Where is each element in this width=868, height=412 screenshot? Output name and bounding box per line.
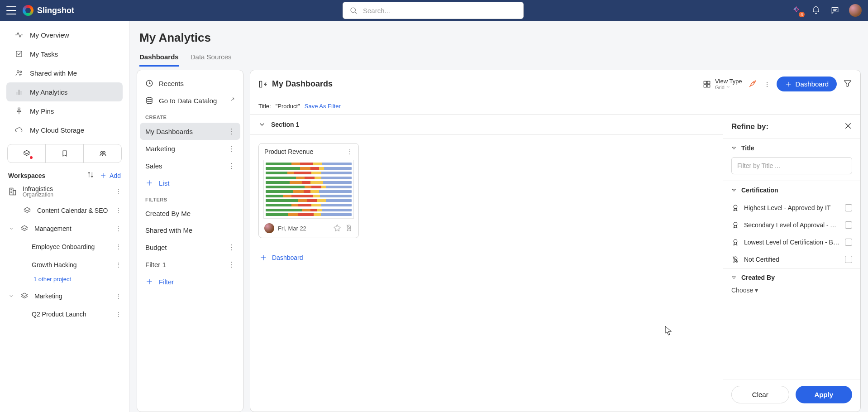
cert-option[interactable]: Lowest Level of Certification - B… (723, 234, 860, 251)
svg-marker-47 (733, 189, 736, 192)
view-type-selector[interactable]: View Type Grid (702, 78, 742, 90)
workspace-menu[interactable]: ⋮ (114, 241, 124, 252)
refine-clear-button[interactable]: Clear (731, 386, 789, 403)
workspace-management[interactable]: Management ⋮ (0, 220, 129, 238)
workspace-child[interactable]: Employee Onboarding ⋮ (0, 238, 129, 256)
save-as-filter[interactable]: Save As Filter (305, 103, 341, 110)
cert-label: Secondary Level of Approval - A… (744, 221, 840, 229)
refine-apply-button[interactable]: Apply (796, 386, 853, 403)
checkbox[interactable] (845, 239, 852, 246)
svg-marker-46 (733, 147, 736, 149)
brand[interactable]: Slingshot (23, 5, 74, 16)
lp-filter-item[interactable]: Budget ⋮ (140, 239, 240, 256)
lp-filter-item[interactable]: Filter 1 ⋮ (140, 256, 240, 273)
menu-toggle[interactable] (6, 6, 16, 14)
cert-option[interactable]: Secondary Level of Approval - A… (723, 216, 860, 234)
sort-icon[interactable] (87, 171, 94, 180)
checkbox[interactable] (845, 204, 852, 211)
lp-add-filter[interactable]: Filter (140, 273, 240, 290)
lp-item-menu[interactable]: ⋮ (228, 162, 235, 170)
workspace-menu[interactable]: ⋮ (114, 223, 124, 234)
collapse-icon[interactable] (258, 80, 267, 89)
lp-list-item[interactable]: My Dashboards ⋮ (140, 123, 240, 140)
nav-my-tasks[interactable]: My Tasks (6, 44, 123, 63)
filter-toggle[interactable] (843, 79, 852, 89)
filter-prefix: Title: (258, 103, 271, 110)
lp-item-menu[interactable]: ⋮ (228, 144, 235, 153)
button-label: Dashboard (796, 80, 829, 88)
new-dashboard-button[interactable]: Dashboard (777, 77, 837, 91)
global-search[interactable] (343, 2, 524, 19)
favorite-icon[interactable] (333, 224, 341, 233)
cert-status-icon[interactable] (345, 224, 353, 233)
nav-my-pins[interactable]: My Pins (6, 101, 123, 120)
lp-item-menu[interactable]: ⋮ (228, 127, 235, 135)
createdby-choose[interactable]: Choose ▾ (723, 287, 860, 297)
refine-section-title[interactable]: Title (723, 139, 860, 157)
lp-list-item[interactable]: Sales ⋮ (140, 157, 240, 174)
workspace-menu[interactable]: ⋮ (114, 291, 124, 302)
refine-close[interactable] (844, 122, 852, 131)
plus-icon (145, 278, 153, 286)
workspace-more-projects[interactable]: 1 other project (0, 274, 129, 287)
nav-shared-with-me[interactable]: Shared with Me (6, 63, 123, 82)
dp-more-menu[interactable]: ⋮ (764, 81, 770, 88)
nav-my-analytics[interactable]: My Analytics (6, 82, 123, 101)
refine-section-createdby[interactable]: Created By (723, 268, 860, 287)
chevron-down-icon (726, 85, 730, 89)
lp-item-menu[interactable]: ⋮ (228, 260, 235, 268)
lp-item-menu[interactable]: ⋮ (228, 243, 235, 251)
svg-point-13 (103, 152, 105, 154)
checkbox[interactable] (845, 256, 852, 263)
add-workspace[interactable]: Add (100, 172, 121, 179)
workspace-menu[interactable]: ⋮ (114, 186, 124, 197)
workspace-menu[interactable]: ⋮ (114, 205, 124, 216)
user-avatar[interactable] (849, 4, 862, 17)
tab-dashboards[interactable]: Dashboards (139, 49, 179, 67)
nav-my-cloud-storage[interactable]: My Cloud Storage (6, 120, 123, 139)
tab-data-sources[interactable]: Data Sources (191, 49, 232, 67)
dashboard-card[interactable]: Product Revenue ⋮ (258, 143, 359, 238)
workspace-org[interactable]: Infragistics Organization ⋮ (0, 182, 129, 201)
bookmark-icon (61, 149, 68, 158)
add-dashboard-inline[interactable]: Dashboard (250, 246, 723, 269)
plus-icon (259, 254, 267, 262)
section-header[interactable]: Section 1 (250, 115, 723, 135)
chevron-down-icon[interactable] (8, 226, 14, 231)
workspace-name: Growth Hacking (32, 261, 77, 268)
rocket-icon[interactable] (749, 79, 758, 89)
refine-title-input[interactable] (731, 157, 852, 174)
workspace-child[interactable]: Growth Hacking ⋮ (0, 256, 129, 274)
svg-point-0 (351, 8, 356, 13)
workspace-menu[interactable]: ⋮ (114, 259, 124, 270)
workspace-child[interactable]: Q2 Product Launch ⋮ (0, 305, 129, 323)
lp-filter-item[interactable]: Shared with Me (140, 222, 240, 239)
assist-icon[interactable]: 4 (792, 5, 802, 15)
svg-rect-33 (707, 81, 710, 84)
lp-data-catalog[interactable]: Go to Data Catalog (140, 92, 240, 109)
refine-section-cert[interactable]: Certification (723, 181, 860, 199)
view-bookmarks[interactable] (46, 144, 84, 163)
view-members[interactable] (84, 144, 121, 163)
card-menu[interactable]: ⋮ (347, 148, 353, 155)
cert-option[interactable]: Highest Level - Approved by IT (723, 199, 860, 216)
workspace-marketing[interactable]: Marketing ⋮ (0, 287, 129, 305)
lp-list-item[interactable]: Marketing ⋮ (140, 140, 240, 157)
search-input[interactable] (362, 6, 517, 15)
chevron-down-icon[interactable] (8, 293, 14, 299)
sidebar-view-switch (7, 144, 122, 163)
cert-option[interactable]: Not Certified (723, 251, 860, 268)
nav-my-overview[interactable]: My Overview (6, 25, 123, 44)
chat-icon[interactable] (830, 5, 840, 15)
workspace-name: Content Calendar & SEO (37, 207, 108, 214)
lp-add-list[interactable]: List (140, 174, 240, 192)
lp-recents[interactable]: Recents (140, 75, 240, 92)
view-workspaces[interactable] (8, 144, 46, 163)
cert-label: Lowest Level of Certification - B… (744, 239, 840, 246)
notifications-icon[interactable] (811, 5, 821, 15)
workspace-menu[interactable]: ⋮ (114, 309, 124, 320)
checkbox[interactable] (845, 221, 852, 229)
workspace-content-calendar[interactable]: Content Calendar & SEO ⋮ (0, 201, 129, 220)
lp-filter-item[interactable]: Created By Me (140, 205, 240, 222)
svg-rect-34 (704, 84, 706, 87)
